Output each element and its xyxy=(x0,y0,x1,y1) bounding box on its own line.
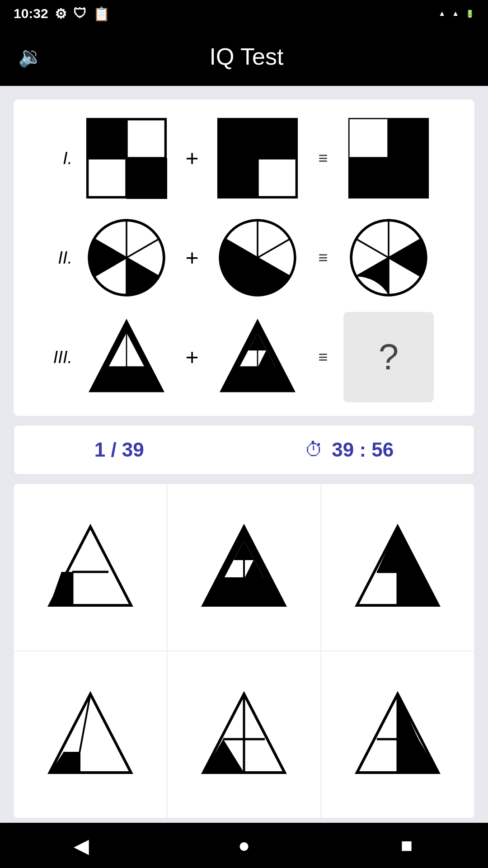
shield-icon: 🛡 xyxy=(73,6,87,21)
puzzle-shape-1a xyxy=(81,113,172,203)
app-title: IQ Test xyxy=(43,43,450,70)
timer-text: 39 : 56 xyxy=(332,439,394,461)
puzzle-row-1: I. + xyxy=(32,113,456,203)
puzzle-shape-1c xyxy=(343,113,434,203)
answer-option-D[interactable] xyxy=(14,651,167,818)
puzzle-shape-1b xyxy=(212,113,303,203)
signal-icon: ▲ xyxy=(452,9,459,18)
answer-option-F[interactable] xyxy=(321,651,474,818)
progress-bar: 1 / 39 ⏱ 39 : 56 xyxy=(14,425,474,475)
answers-grid xyxy=(14,484,474,818)
equals-2: ≡ xyxy=(312,248,334,267)
timer-icon: ⏱ xyxy=(305,439,324,461)
svg-marker-59 xyxy=(50,572,72,605)
nav-bar: ◀ ● ■ xyxy=(0,823,488,868)
back-button[interactable]: ◀ xyxy=(63,827,99,863)
operator-3: + xyxy=(181,344,203,370)
svg-rect-7 xyxy=(258,119,296,158)
timer-section: ⏱ 39 : 56 xyxy=(305,439,394,461)
puzzle-row-2: II. + xyxy=(32,212,456,303)
answer-option-C[interactable] xyxy=(321,484,474,651)
svg-marker-86 xyxy=(398,739,438,773)
progress-text: 1 / 39 xyxy=(94,439,144,461)
status-right: ▲ ▲ 🔋 xyxy=(438,9,474,18)
row-label-3: III. xyxy=(32,348,72,367)
row-label-2: II. xyxy=(32,248,72,268)
main-content: I. + xyxy=(0,86,488,823)
svg-rect-2 xyxy=(127,158,167,199)
svg-rect-11 xyxy=(350,119,389,158)
home-button[interactable]: ● xyxy=(226,827,262,863)
clipboard-icon: 📋 xyxy=(93,6,110,22)
operator-2: + xyxy=(181,245,203,271)
settings-icon: ⚙ xyxy=(55,6,67,22)
svg-rect-1 xyxy=(88,119,127,158)
puzzle-shape-3b xyxy=(212,312,303,402)
status-bar: 10:32 ⚙ 🛡 📋 ▲ ▲ 🔋 xyxy=(0,0,488,27)
status-left: 10:32 ⚙ 🛡 📋 xyxy=(14,6,110,22)
row-label-1: I. xyxy=(32,149,72,168)
puzzle-shape-2c xyxy=(343,212,434,303)
puzzle-shape-2a xyxy=(81,212,172,303)
answer-option-E[interactable] xyxy=(167,651,321,818)
equals-3: ≡ xyxy=(312,348,334,367)
answer-option-B[interactable] xyxy=(167,484,321,651)
recents-button[interactable]: ■ xyxy=(389,827,425,863)
battery-icon: 🔋 xyxy=(465,9,474,18)
operator-1: + xyxy=(181,145,203,171)
question-card: I. + xyxy=(14,99,474,416)
wifi-icon: ▲ xyxy=(438,9,446,18)
status-time: 10:32 xyxy=(14,6,48,21)
puzzle-shape-3a xyxy=(81,312,172,402)
puzzle-shape-2b xyxy=(212,212,303,303)
question-mark-box: ? xyxy=(343,312,434,402)
answer-option-A[interactable] xyxy=(14,484,167,651)
sound-icon[interactable]: 🔉 xyxy=(18,45,43,68)
top-bar: 🔉 IQ Test xyxy=(0,27,488,86)
puzzle-row-3: III. + xyxy=(32,312,456,402)
equals-1: ≡ xyxy=(312,149,334,168)
